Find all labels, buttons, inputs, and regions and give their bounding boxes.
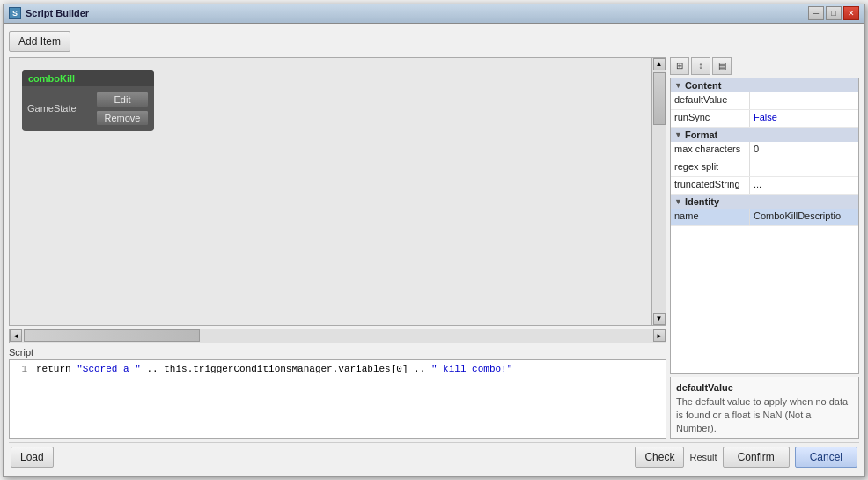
- script-editor[interactable]: 1 return "Scored a " .. this.triggerCond…: [9, 359, 666, 439]
- horizontal-scrollbar[interactable]: ◄ ►: [9, 329, 666, 343]
- section-arrow-format: ▼: [674, 130, 682, 139]
- left-panel: comboKill GameState Edit Remove ▲: [9, 57, 666, 439]
- confirm-button[interactable]: Confirm: [723, 447, 790, 468]
- node-block: comboKill GameState Edit Remove: [22, 70, 154, 131]
- prop-value-name[interactable]: ComboKillDescriptio: [750, 209, 858, 225]
- node-label: GameState: [27, 103, 91, 114]
- main-area: comboKill GameState Edit Remove ▲: [9, 57, 859, 439]
- node-body: GameState Edit Remove: [22, 86, 154, 131]
- cancel-button[interactable]: Cancel: [795, 447, 857, 468]
- prop-name-truncatedString: truncatedString: [671, 177, 750, 194]
- script-section: Script 1 return "Scored a " .. this.trig…: [9, 347, 666, 439]
- sort-icon[interactable]: ↕: [691, 57, 710, 75]
- property-toolbar: ⊞ ↕ ▤: [670, 57, 859, 75]
- close-button[interactable]: ✕: [843, 6, 859, 20]
- section-content[interactable]: ▼ Content: [671, 78, 858, 92]
- prop-row-name[interactable]: name ComboKillDescriptio: [671, 209, 858, 226]
- property-grid: ▼ Content defaultValue runSync False ▼: [670, 78, 859, 374]
- window-icon: S: [9, 7, 21, 19]
- prop-value-defaultValue[interactable]: [750, 92, 858, 109]
- maximize-button[interactable]: □: [826, 6, 842, 20]
- prop-name-runSync: runSync: [671, 110, 750, 127]
- section-label-identity: Identity: [685, 196, 719, 207]
- window-body: Add Item comboKill GameState Edit Remove: [4, 24, 864, 476]
- load-button[interactable]: Load: [11, 447, 54, 468]
- property-description: defaultValue The default value to apply …: [670, 377, 859, 439]
- prop-value-runSync[interactable]: False: [750, 110, 858, 127]
- section-label-format: Format: [685, 129, 717, 140]
- prop-value-maxChars[interactable]: 0: [750, 142, 858, 159]
- scroll-up-arrow[interactable]: ▲: [653, 58, 666, 70]
- bottom-right-buttons: Confirm Cancel: [723, 447, 857, 468]
- vertical-scrollbar[interactable]: ▲ ▼: [651, 58, 666, 325]
- prop-name-defaultValue: defaultValue: [671, 92, 750, 109]
- check-button[interactable]: Check: [635, 447, 684, 468]
- scroll-left-arrow[interactable]: ◄: [10, 329, 22, 342]
- section-label-content: Content: [685, 80, 722, 91]
- prop-row-maxChars[interactable]: max characters 0: [671, 142, 858, 159]
- toolbar: Add Item: [9, 29, 859, 54]
- section-arrow-content: ▼: [674, 81, 682, 90]
- title-bar-buttons: ─ □ ✕: [808, 6, 859, 20]
- bottom-bar: Load Check Result Confirm Cancel: [9, 442, 859, 471]
- prop-row-truncatedString[interactable]: truncatedString ...: [671, 177, 858, 195]
- window-title: Script Builder: [26, 8, 808, 18]
- script-code[interactable]: return "Scored a " .. this.triggerCondit…: [36, 364, 512, 434]
- minimize-button[interactable]: ─: [808, 6, 824, 20]
- prop-row-regexSplit[interactable]: regex split: [671, 159, 858, 177]
- prop-row-runSync[interactable]: runSync False: [671, 110, 858, 128]
- prop-row-defaultValue[interactable]: defaultValue: [671, 92, 858, 110]
- prop-value-truncatedString[interactable]: ...: [750, 177, 858, 194]
- grid-icon[interactable]: ⊞: [670, 57, 689, 75]
- prop-desc-title: defaultValue: [676, 382, 853, 393]
- node-buttons: Edit Remove: [96, 92, 149, 126]
- filter-icon[interactable]: ▤: [712, 57, 732, 75]
- scroll-thumb-horizontal[interactable]: [24, 329, 200, 342]
- bottom-left: Load: [11, 447, 54, 468]
- prop-desc-text: The default value to apply when no data …: [676, 395, 853, 436]
- edit-button[interactable]: Edit: [96, 92, 149, 107]
- section-identity[interactable]: ▼ Identity: [671, 195, 858, 209]
- prop-name-regexSplit: regex split: [671, 159, 750, 176]
- prop-value-regexSplit[interactable]: [750, 159, 858, 176]
- scroll-right-arrow[interactable]: ►: [653, 329, 666, 342]
- result-label: Result: [689, 452, 717, 462]
- bottom-right: Check Result Confirm Cancel: [635, 447, 857, 468]
- add-item-button[interactable]: Add Item: [9, 31, 70, 52]
- prop-name-name: name: [671, 209, 750, 225]
- canvas-area: comboKill GameState Edit Remove ▲: [9, 57, 666, 326]
- remove-button[interactable]: Remove: [96, 110, 149, 126]
- script-builder-window: S Script Builder ─ □ ✕ Add Item comboKil…: [3, 4, 865, 477]
- right-panel: ⊞ ↕ ▤ ▼ Content defaultValue: [670, 57, 859, 439]
- node-header: comboKill: [22, 70, 154, 86]
- section-arrow-identity: ▼: [674, 197, 682, 206]
- title-bar: S Script Builder ─ □ ✕: [4, 4, 864, 24]
- section-format[interactable]: ▼ Format: [671, 128, 858, 142]
- line-number: 1: [13, 364, 27, 434]
- scroll-thumb-vertical[interactable]: [653, 72, 666, 125]
- prop-name-maxChars: max characters: [671, 142, 750, 159]
- script-label: Script: [9, 347, 666, 358]
- scroll-down-arrow[interactable]: ▼: [653, 313, 666, 325]
